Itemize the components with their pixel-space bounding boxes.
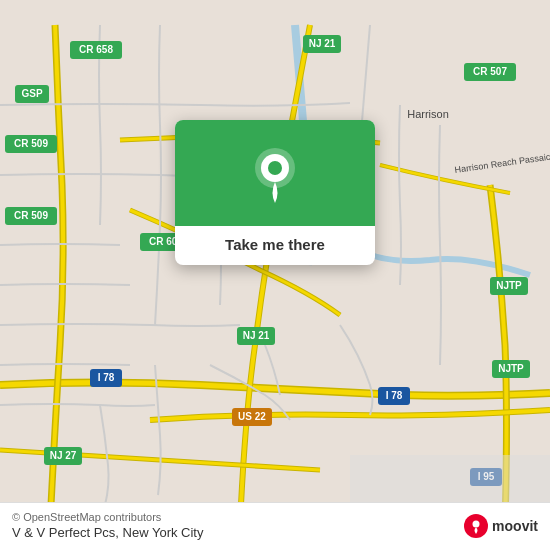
svg-text:CR 658: CR 658 — [79, 44, 113, 55]
svg-text:I 78: I 78 — [98, 372, 115, 383]
svg-text:GSP: GSP — [21, 88, 42, 99]
location-name: V & V Perfect Pcs, New York City — [12, 525, 456, 540]
svg-point-38 — [268, 161, 282, 175]
location-pin-icon — [250, 148, 300, 206]
moovit-icon — [464, 514, 488, 538]
svg-text:NJ 21: NJ 21 — [243, 330, 270, 341]
moovit-logo: moovit — [464, 514, 538, 538]
svg-text:NJ 21: NJ 21 — [309, 38, 336, 49]
moovit-text: moovit — [492, 518, 538, 534]
popup-card-header — [175, 120, 375, 226]
svg-text:I 78: I 78 — [386, 390, 403, 401]
svg-point-40 — [473, 520, 480, 527]
copyright-text: © OpenStreetMap contributors — [12, 511, 456, 523]
bottom-bar: © OpenStreetMap contributors V & V Perfe… — [0, 502, 550, 550]
map-container: CR 658 NJ 21 CR 507 GSP Harrison CR 508 … — [0, 0, 550, 550]
svg-text:CR 507: CR 507 — [473, 66, 507, 77]
take-me-there-button[interactable]: Take me there — [175, 226, 375, 265]
svg-text:CR 509: CR 509 — [14, 210, 48, 221]
svg-text:CR 509: CR 509 — [14, 138, 48, 149]
svg-text:US 22: US 22 — [238, 411, 266, 422]
svg-text:NJTP: NJTP — [498, 363, 524, 374]
svg-text:NJTP: NJTP — [496, 280, 522, 291]
svg-text:NJ 27: NJ 27 — [50, 450, 77, 461]
map-background: CR 658 NJ 21 CR 507 GSP Harrison CR 508 … — [0, 0, 550, 550]
popup-card: Take me there — [175, 120, 375, 265]
svg-text:Harrison: Harrison — [407, 108, 449, 120]
